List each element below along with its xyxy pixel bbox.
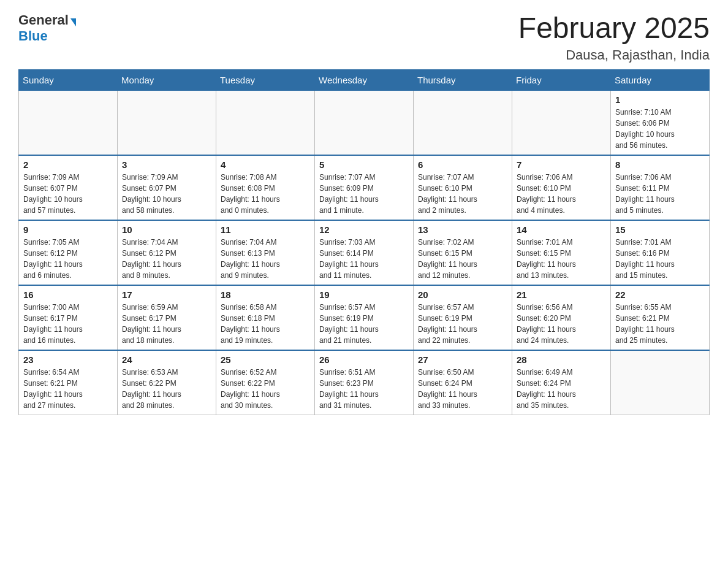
day-number: 25 [221, 354, 310, 365]
day-info: Sunrise: 6:51 AM Sunset: 6:23 PM Dayligh… [319, 367, 409, 411]
day-number: 20 [418, 289, 507, 300]
table-row: 11Sunrise: 7:04 AM Sunset: 6:13 PM Dayli… [216, 220, 315, 285]
calendar-week-row: 23Sunrise: 6:54 AM Sunset: 6:21 PM Dayli… [19, 350, 710, 415]
day-info: Sunrise: 6:54 AM Sunset: 6:21 PM Dayligh… [23, 367, 113, 411]
day-number: 18 [221, 289, 310, 300]
day-number: 14 [517, 224, 606, 235]
col-friday: Friday [512, 69, 611, 90]
day-number: 17 [122, 289, 211, 300]
day-number: 11 [221, 224, 310, 235]
col-saturday: Saturday [611, 69, 710, 90]
day-number: 10 [122, 224, 211, 235]
table-row: 17Sunrise: 6:59 AM Sunset: 6:17 PM Dayli… [118, 285, 216, 350]
table-row [19, 90, 118, 155]
table-row: 16Sunrise: 7:00 AM Sunset: 6:17 PM Dayli… [19, 285, 118, 350]
day-number: 23 [23, 354, 113, 365]
page-header: General Blue February 2025 Dausa, Rajast… [18, 12, 710, 63]
day-number: 19 [319, 289, 409, 300]
day-info: Sunrise: 7:08 AM Sunset: 6:08 PM Dayligh… [221, 172, 310, 216]
day-info: Sunrise: 6:56 AM Sunset: 6:20 PM Dayligh… [517, 302, 606, 346]
day-number: 7 [517, 159, 606, 170]
calendar-week-row: 1Sunrise: 7:10 AM Sunset: 6:06 PM Daylig… [19, 90, 710, 155]
day-number: 26 [319, 354, 409, 365]
day-number: 3 [122, 159, 211, 170]
table-row: 28Sunrise: 6:49 AM Sunset: 6:24 PM Dayli… [512, 350, 611, 415]
table-row: 7Sunrise: 7:06 AM Sunset: 6:10 PM Daylig… [512, 155, 611, 220]
day-info: Sunrise: 6:49 AM Sunset: 6:24 PM Dayligh… [517, 367, 606, 411]
table-row: 4Sunrise: 7:08 AM Sunset: 6:08 PM Daylig… [216, 155, 315, 220]
day-info: Sunrise: 6:55 AM Sunset: 6:21 PM Dayligh… [615, 302, 705, 346]
day-number: 2 [23, 159, 113, 170]
calendar-week-row: 16Sunrise: 7:00 AM Sunset: 6:17 PM Dayli… [19, 285, 710, 350]
day-number: 24 [122, 354, 211, 365]
day-number: 1 [615, 94, 705, 105]
day-info: Sunrise: 6:50 AM Sunset: 6:24 PM Dayligh… [418, 367, 507, 411]
day-info: Sunrise: 7:04 AM Sunset: 6:12 PM Dayligh… [122, 237, 211, 281]
table-row: 15Sunrise: 7:01 AM Sunset: 6:16 PM Dayli… [611, 220, 710, 285]
day-info: Sunrise: 7:00 AM Sunset: 6:17 PM Dayligh… [23, 302, 113, 346]
day-info: Sunrise: 7:03 AM Sunset: 6:14 PM Dayligh… [319, 237, 409, 281]
day-info: Sunrise: 7:04 AM Sunset: 6:13 PM Dayligh… [221, 237, 310, 281]
day-info: Sunrise: 7:01 AM Sunset: 6:16 PM Dayligh… [615, 237, 705, 281]
calendar-title: February 2025 [518, 12, 710, 45]
table-row [315, 90, 414, 155]
calendar-week-row: 9Sunrise: 7:05 AM Sunset: 6:12 PM Daylig… [19, 220, 710, 285]
col-tuesday: Tuesday [216, 69, 315, 90]
table-row: 21Sunrise: 6:56 AM Sunset: 6:20 PM Dayli… [512, 285, 611, 350]
day-number: 8 [615, 159, 705, 170]
col-wednesday: Wednesday [315, 69, 414, 90]
table-row: 19Sunrise: 6:57 AM Sunset: 6:19 PM Dayli… [315, 285, 414, 350]
day-info: Sunrise: 6:59 AM Sunset: 6:17 PM Dayligh… [122, 302, 211, 346]
day-info: Sunrise: 7:07 AM Sunset: 6:10 PM Dayligh… [418, 172, 507, 216]
table-row: 6Sunrise: 7:07 AM Sunset: 6:10 PM Daylig… [414, 155, 512, 220]
day-number: 13 [418, 224, 507, 235]
table-row: 8Sunrise: 7:06 AM Sunset: 6:11 PM Daylig… [611, 155, 710, 220]
calendar-week-row: 2Sunrise: 7:09 AM Sunset: 6:07 PM Daylig… [19, 155, 710, 220]
table-row: 23Sunrise: 6:54 AM Sunset: 6:21 PM Dayli… [19, 350, 118, 415]
logo-general-text: General [18, 12, 69, 28]
table-row [118, 90, 216, 155]
col-thursday: Thursday [414, 69, 512, 90]
day-info: Sunrise: 7:09 AM Sunset: 6:07 PM Dayligh… [23, 172, 113, 216]
day-info: Sunrise: 7:02 AM Sunset: 6:15 PM Dayligh… [418, 237, 507, 281]
table-row: 27Sunrise: 6:50 AM Sunset: 6:24 PM Dayli… [414, 350, 512, 415]
day-info: Sunrise: 7:10 AM Sunset: 6:06 PM Dayligh… [615, 107, 705, 151]
table-row: 13Sunrise: 7:02 AM Sunset: 6:15 PM Dayli… [414, 220, 512, 285]
table-row: 1Sunrise: 7:10 AM Sunset: 6:06 PM Daylig… [611, 90, 710, 155]
day-number: 16 [23, 289, 113, 300]
table-row: 2Sunrise: 7:09 AM Sunset: 6:07 PM Daylig… [19, 155, 118, 220]
logo-blue-text: Blue [18, 28, 48, 44]
calendar-title-section: February 2025 Dausa, Rajasthan, India [518, 12, 710, 63]
logo-triangle-icon [70, 18, 76, 26]
day-info: Sunrise: 7:06 AM Sunset: 6:10 PM Dayligh… [517, 172, 606, 216]
table-row: 5Sunrise: 7:07 AM Sunset: 6:09 PM Daylig… [315, 155, 414, 220]
calendar-header-row: Sunday Monday Tuesday Wednesday Thursday… [19, 69, 710, 90]
day-number: 6 [418, 159, 507, 170]
table-row: 12Sunrise: 7:03 AM Sunset: 6:14 PM Dayli… [315, 220, 414, 285]
day-number: 22 [615, 289, 705, 300]
table-row [611, 350, 710, 415]
calendar-subtitle: Dausa, Rajasthan, India [518, 47, 710, 63]
calendar-table: Sunday Monday Tuesday Wednesday Thursday… [18, 69, 710, 415]
day-number: 12 [319, 224, 409, 235]
day-info: Sunrise: 6:57 AM Sunset: 6:19 PM Dayligh… [319, 302, 409, 346]
table-row [216, 90, 315, 155]
day-number: 28 [517, 354, 606, 365]
day-info: Sunrise: 6:57 AM Sunset: 6:19 PM Dayligh… [418, 302, 507, 346]
table-row [512, 90, 611, 155]
day-info: Sunrise: 6:58 AM Sunset: 6:18 PM Dayligh… [221, 302, 310, 346]
day-number: 5 [319, 159, 409, 170]
day-number: 21 [517, 289, 606, 300]
day-number: 15 [615, 224, 705, 235]
day-info: Sunrise: 7:09 AM Sunset: 6:07 PM Dayligh… [122, 172, 211, 216]
day-info: Sunrise: 7:07 AM Sunset: 6:09 PM Dayligh… [319, 172, 409, 216]
table-row [414, 90, 512, 155]
day-info: Sunrise: 7:05 AM Sunset: 6:12 PM Dayligh… [23, 237, 113, 281]
day-info: Sunrise: 6:52 AM Sunset: 6:22 PM Dayligh… [221, 367, 310, 411]
col-sunday: Sunday [19, 69, 118, 90]
table-row: 10Sunrise: 7:04 AM Sunset: 6:12 PM Dayli… [118, 220, 216, 285]
table-row: 24Sunrise: 6:53 AM Sunset: 6:22 PM Dayli… [118, 350, 216, 415]
day-info: Sunrise: 7:06 AM Sunset: 6:11 PM Dayligh… [615, 172, 705, 216]
table-row: 3Sunrise: 7:09 AM Sunset: 6:07 PM Daylig… [118, 155, 216, 220]
table-row: 18Sunrise: 6:58 AM Sunset: 6:18 PM Dayli… [216, 285, 315, 350]
